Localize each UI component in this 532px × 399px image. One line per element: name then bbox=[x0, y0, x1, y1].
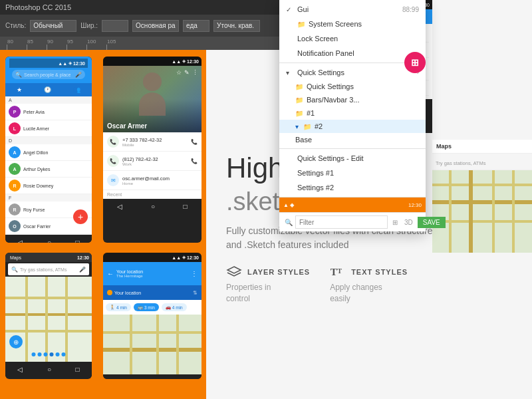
dropdown-item-settings2[interactable]: Settings #2 bbox=[279, 180, 426, 195]
dropdown-label-quick1: Quick Settings bbox=[307, 82, 354, 90]
more-icon[interactable]: ⋮ bbox=[192, 69, 198, 76]
location-button[interactable]: ⊕ bbox=[9, 335, 23, 348]
ps-options-bar: Стиль: Шир.: bbox=[0, 15, 306, 37]
save-button[interactable]: SAVE bbox=[418, 217, 446, 228]
star-icon[interactable]: ☆ bbox=[176, 69, 182, 76]
oscar-phone-mobile[interactable]: 📞 +7 333 782-42-32 Mobile 📞 bbox=[103, 132, 201, 152]
dropdown-item-settings1[interactable]: Settings #1 bbox=[279, 166, 426, 180]
dropdown-item-system-screens[interactable]: 📁 System Screens bbox=[279, 17, 426, 31]
oscar-mobile-number: +7 333 782-42-32 bbox=[122, 137, 188, 143]
oscar-time: 12:30 bbox=[187, 59, 199, 64]
phone-work-icon: 📞 bbox=[107, 155, 119, 167]
route-back-icon[interactable]: ← bbox=[107, 270, 114, 277]
maps-home-btn[interactable]: ○ bbox=[47, 366, 51, 373]
route-option-walk[interactable]: 🚶 4 min bbox=[106, 303, 131, 311]
contact-item-arthur[interactable]: A Arthur Dykes bbox=[5, 161, 92, 178]
contact-item-rosie[interactable]: R Rosie Downey bbox=[5, 178, 92, 194]
route-option-bus[interactable]: 🚌 3 min bbox=[134, 303, 159, 311]
dropdown-label-hash1: #1 bbox=[307, 109, 315, 117]
folder-icon-hash1: 📁 bbox=[295, 110, 303, 117]
dropdown-item-gui[interactable]: ✓ Gui 88:99 bbox=[279, 2, 426, 17]
car-time: 4 min bbox=[172, 305, 183, 310]
avatar-peter: P bbox=[9, 106, 21, 118]
route-phone: ▲▲ ◈ 12:30 ← Your location The Hermitage… bbox=[103, 253, 201, 379]
maps-bottom-bar: ◁ ○ □ bbox=[5, 362, 92, 376]
maps-partial-road-v4 bbox=[512, 170, 515, 253]
route-header: ← Your location The Hermitage ⋮ bbox=[103, 262, 201, 285]
style-label: Стиль: bbox=[5, 22, 26, 29]
dropdown-orange-status: ▲ ◈ 12:30 bbox=[279, 198, 426, 212]
options-input[interactable] bbox=[132, 20, 179, 32]
edit-icon[interactable]: ✎ bbox=[184, 69, 190, 76]
maps-partial-label: Maps bbox=[432, 140, 532, 154]
route-more-icon[interactable]: ⋮ bbox=[191, 270, 198, 277]
dropdown-item-quick-edit[interactable]: Quick Settings - Edit bbox=[279, 151, 426, 166]
dropdown-subitem-base[interactable]: Base bbox=[279, 133, 426, 146]
route-swap-icon[interactable]: ⇅ bbox=[193, 290, 198, 296]
contact-list-phone: ▲▲ ◈ 12:30 🔍 Search people & place 🎤 ★ 🕐… bbox=[5, 57, 92, 243]
ps-title-text: Photoshop CC 2015 bbox=[5, 3, 71, 11]
filter-input[interactable] bbox=[295, 215, 388, 229]
dropdown-subitem-hash1[interactable]: 📁 #1 bbox=[279, 106, 426, 120]
food-input[interactable] bbox=[183, 20, 209, 32]
maps-recent-btn[interactable]: □ bbox=[76, 366, 80, 373]
work-call-icon[interactable]: 📞 bbox=[191, 158, 198, 164]
filter-layer-icon: ⊞ bbox=[390, 219, 400, 226]
feature-layer-styles: LAYER STYLES Properties in control bbox=[226, 265, 310, 305]
check-icon-gui: ✓ bbox=[286, 6, 294, 13]
route-back-btn[interactable]: ◁ bbox=[117, 378, 122, 380]
oscar-phone-work[interactable]: 📞 (812) 782-42-32 Work 📞 bbox=[103, 152, 201, 171]
maps-partial-search[interactable]: Try gas stations, ATMs bbox=[432, 154, 532, 170]
dropdown-subitem-bars[interactable]: 📁 Bars/Navbar 3... bbox=[279, 93, 426, 106]
dropdown-subitem-hash2[interactable]: ▾ 📁 #2 bbox=[279, 120, 426, 133]
oscar-recent-btn[interactable]: □ bbox=[184, 203, 188, 210]
svg-text:T: T bbox=[331, 266, 338, 277]
oscar-email[interactable]: ✉ osc.armer@mail.com Home bbox=[103, 171, 201, 190]
fab-pink-button[interactable]: ⊞ bbox=[404, 52, 426, 73]
contact-status-bar: ▲▲ ◈ 12:30 bbox=[9, 59, 88, 68]
folder-icon-bars: 📁 bbox=[295, 96, 303, 104]
contact-search-bar[interactable]: 🔍 Search people & place 🎤 bbox=[12, 70, 85, 79]
dropdown-item-notification[interactable]: Notification Panel bbox=[279, 46, 426, 61]
map-dot bbox=[44, 352, 48, 356]
maps-back-btn[interactable]: ◁ bbox=[17, 366, 23, 373]
route-home-btn[interactable]: ○ bbox=[151, 378, 155, 380]
maps-search-icon: 🔍 bbox=[11, 267, 18, 273]
mic-icon: 🎤 bbox=[75, 72, 82, 78]
maps-search[interactable]: 🔍 Try gas stations, ATMs 🎤 bbox=[8, 263, 89, 275]
oscar-mobile-text: +7 333 782-42-32 Mobile bbox=[122, 137, 188, 147]
call-action-icon[interactable]: 📞 bbox=[191, 139, 198, 145]
people-tab-icon[interactable]: 👥 bbox=[73, 86, 80, 93]
contact-fab[interactable]: + bbox=[73, 209, 88, 224]
clock-tab-icon[interactable]: 🕐 bbox=[44, 86, 51, 93]
refine-input[interactable] bbox=[213, 20, 260, 32]
back-btn[interactable]: ◁ bbox=[17, 239, 23, 243]
home-btn[interactable]: ○ bbox=[47, 239, 51, 243]
dropdown-section-bottom: Quick Settings - Edit Settings #1 Settin… bbox=[279, 149, 426, 198]
contact-item-peter[interactable]: P Peter Avia bbox=[5, 104, 92, 120]
star-tab-icon[interactable]: ★ bbox=[17, 86, 22, 93]
oscar-status-bar: ▲▲ ◈ 12:30 bbox=[103, 57, 201, 66]
location-icon: ⊕ bbox=[13, 338, 19, 346]
dropdown-item-lock-screen[interactable]: Lock Screen bbox=[279, 31, 426, 46]
contact-item-angel[interactable]: A Angel Dillon bbox=[5, 144, 92, 161]
dropdown-label-quick-edit: Quick Settings - Edit bbox=[297, 154, 364, 162]
style-input[interactable] bbox=[30, 20, 76, 32]
route-option-car[interactable]: 🚗 4 min bbox=[162, 303, 187, 311]
maps-partial-right: Maps Try gas stations, ATMs bbox=[432, 140, 532, 253]
maps-partial-road-h3 bbox=[432, 220, 532, 223]
dropdown-label-notification: Notification Panel bbox=[297, 49, 354, 57]
dropdown-subitem-quick-settings[interactable]: 📁 Quick Settings bbox=[279, 80, 426, 93]
ruler-tick-90: 90 bbox=[47, 37, 66, 50]
dropdown-label-quick-settings-group: Quick Settings bbox=[297, 68, 344, 76]
dropdown-section-header-quick[interactable]: ▾ Quick Settings › bbox=[279, 65, 426, 80]
oscar-home-btn[interactable]: ○ bbox=[151, 203, 155, 210]
ruler-tick-100: 100 bbox=[86, 37, 106, 50]
recent-btn[interactable]: □ bbox=[76, 239, 80, 243]
phones-area: ▲▲ ◈ 12:30 🔍 Search people & place 🎤 ★ 🕐… bbox=[0, 50, 206, 399]
route-recent-btn[interactable]: □ bbox=[184, 378, 188, 380]
oscar-back-btn[interactable]: ◁ bbox=[117, 203, 122, 210]
width-input[interactable] bbox=[102, 20, 128, 32]
oscar-work-text: (812) 782-42-32 Work bbox=[122, 156, 188, 166]
contact-item-lucile[interactable]: L Lucile Armer bbox=[5, 120, 92, 137]
